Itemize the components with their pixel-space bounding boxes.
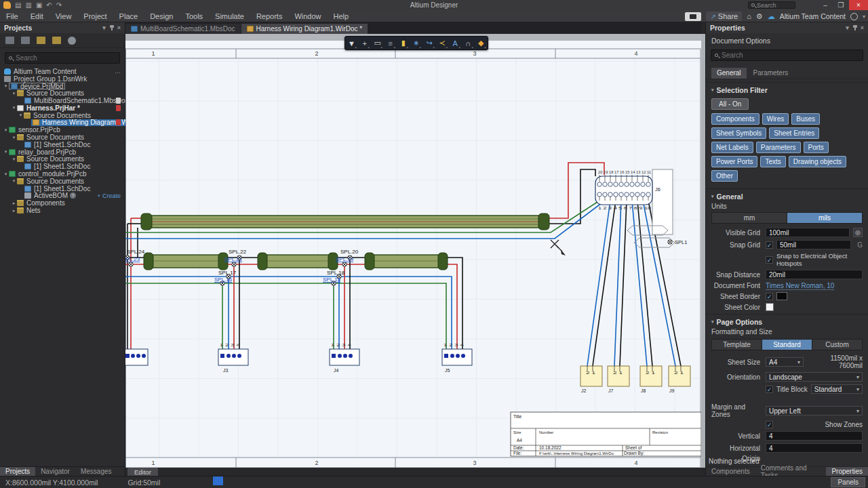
settings-icon[interactable]	[68, 37, 76, 45]
menu-help[interactable]: Help	[328, 12, 355, 20]
open-icon[interactable]: ▣	[36, 1, 42, 9]
tab-components[interactable]: Components	[706, 467, 755, 476]
panel-dropdown-icon[interactable]: ▾	[102, 24, 106, 31]
filter-icon[interactable]: ▼	[346, 39, 357, 47]
team-content-label[interactable]: Altium Team Content	[780, 12, 846, 20]
filter-power-ports-button[interactable]: Power Ports	[711, 156, 757, 167]
align-icon[interactable]: ≡	[384, 39, 396, 47]
select-rect-icon[interactable]: ▭	[372, 39, 383, 47]
move-icon[interactable]: +	[359, 39, 370, 47]
panels-button[interactable]: Panels	[831, 477, 865, 487]
splice-symbol[interactable]	[342, 262, 347, 266]
format-standard-button[interactable]: Standard	[762, 340, 812, 350]
schematic-editor[interactable]: 1 2 3 4 1 2 3 4	[125, 34, 701, 476]
margin-zones-select[interactable]: Upper Left▾	[766, 406, 863, 415]
collapse-arrow-icon[interactable]: ▸	[11, 208, 17, 214]
menu-design[interactable]: Design	[144, 12, 179, 20]
filter-components-button[interactable]: Components	[711, 113, 760, 125]
expand-arrow-icon[interactable]: ▾	[11, 157, 17, 162]
restore-button[interactable]: ❐	[833, 0, 848, 10]
expand-arrow-icon[interactable]: ▾	[11, 178, 17, 184]
all-on-button[interactable]: All - On	[711, 98, 749, 110]
snap-grid-checkbox[interactable]: ✓	[766, 241, 773, 249]
tree-item-sheet1[interactable]: [1] Sheet1.SchDoc	[0, 185, 125, 192]
splice-symbol[interactable]	[232, 262, 236, 266]
expand-arrow-icon[interactable]: ▾	[3, 171, 9, 177]
format-custom-button[interactable]: Custom	[812, 340, 862, 350]
menu-view[interactable]: View	[50, 12, 78, 20]
tree-item-team-content[interactable]: Altium Team Content…	[0, 68, 125, 75]
tree-item-project-group[interactable]: Project Group 1.DsnWrk	[0, 75, 125, 83]
text-icon[interactable]: A	[450, 39, 461, 47]
tab-general[interactable]: General	[711, 68, 747, 79]
home-icon[interactable]: ⌂	[747, 12, 751, 20]
folder-settings-icon[interactable]	[52, 37, 61, 44]
title-block-checkbox[interactable]: ✓	[766, 386, 773, 393]
tab-messages[interactable]: Messages	[75, 467, 117, 476]
expand-arrow-icon[interactable]: ▾	[11, 135, 17, 140]
connector-body[interactable]	[652, 169, 673, 235]
expand-arrow-icon[interactable]: ▾	[3, 83, 9, 89]
menu-reports[interactable]: Reports	[250, 12, 289, 20]
tree-item-sheet1[interactable]: [1] Sheet1.SchDoc	[0, 141, 125, 148]
pin-icon[interactable]	[111, 25, 113, 30]
bundle-main[interactable]	[141, 214, 549, 230]
filter-net-labels-button[interactable]: Net Labels	[711, 142, 753, 153]
sheet-size-select[interactable]: A4▾	[766, 357, 804, 367]
sheet-color-swatch[interactable]	[766, 303, 774, 311]
menu-project[interactable]: Project	[77, 12, 113, 20]
tab-navigator[interactable]: Navigator	[35, 467, 75, 476]
menu-place[interactable]: Place	[113, 12, 144, 20]
bundle-segment-1[interactable]	[144, 253, 228, 270]
expand-arrow-icon[interactable]: ▾	[3, 127, 9, 133]
show-zones-checkbox[interactable]: ✓	[766, 421, 773, 428]
filter-other-button[interactable]: Other	[711, 170, 738, 182]
tree-item-relay-board-prjpcb[interactable]: ▾relay_board.PrjPcb	[0, 148, 125, 156]
projects-search[interactable]	[5, 52, 120, 64]
arc-icon[interactable]: ∩	[462, 39, 474, 47]
tab-comments-tasks[interactable]: Comments and Tasks	[755, 467, 827, 476]
splice-icon[interactable]: ∗	[410, 39, 422, 47]
share-button[interactable]: ↗ Share	[706, 12, 742, 21]
units-mils-button[interactable]: mils	[787, 213, 862, 223]
bundle-segment-3[interactable]	[365, 253, 448, 270]
filter-wires-button[interactable]: Wires	[762, 113, 789, 125]
expand-arrow-icon[interactable]: ▾	[18, 113, 24, 118]
menu-tools[interactable]: Tools	[179, 12, 209, 20]
title-block-select[interactable]: Standard▾	[811, 384, 863, 394]
connector-j1-partial[interactable]	[125, 349, 148, 365]
general-section-header[interactable]: ▾General	[706, 188, 868, 203]
minimize-button[interactable]: –	[818, 0, 833, 10]
gear-icon[interactable]: ⚙	[756, 12, 763, 21]
redo-icon[interactable]: ↷	[56, 1, 62, 9]
tree-item-sheet1[interactable]: [1] Sheet1.SchDoc	[0, 163, 125, 170]
more-icon[interactable]: …	[115, 68, 121, 75]
page-options-header[interactable]: ▾Page Options	[706, 314, 868, 328]
tab-harness-wiring-diagram[interactable]: Harness Wiring Diagram1.WirDoc *	[241, 24, 368, 34]
units-mm-button[interactable]: mm	[712, 213, 787, 223]
properties-search-input[interactable]	[722, 52, 859, 59]
hotspot-snap-checkbox[interactable]: ✓	[766, 256, 773, 264]
expand-arrow-icon[interactable]: ▾	[3, 149, 9, 155]
close-button[interactable]: ×	[849, 0, 868, 10]
save-all-icon[interactable]: ▥	[25, 1, 31, 9]
filter-buses-button[interactable]: Buses	[791, 113, 820, 125]
comments-button[interactable]	[685, 12, 701, 21]
harness-wiring-canvas[interactable]: 1 2 3 4 1 2 3 4	[125, 34, 701, 468]
tree-item-components[interactable]: ▸Components	[0, 199, 125, 207]
splice-symbol[interactable]	[668, 240, 672, 244]
horizontal-input[interactable]: 4	[766, 443, 863, 453]
tree-item-source-documents[interactable]: ▾Source Documents	[0, 112, 125, 119]
user-menu-caret-icon[interactable]: ▾	[863, 14, 865, 20]
tab-properties[interactable]: Properties	[826, 467, 868, 476]
save-icon[interactable]: ▤	[15, 1, 21, 9]
projects-search-input[interactable]	[16, 54, 116, 62]
menu-file[interactable]: File	[0, 12, 24, 20]
format-template-button[interactable]: Template	[712, 340, 762, 350]
create-link[interactable]: + Create	[97, 192, 121, 199]
properties-search[interactable]	[711, 49, 863, 61]
tree-item-harness-prjhar[interactable]: ▾Harness.PrjHar *	[0, 104, 125, 112]
panel-close-icon[interactable]: ×	[861, 24, 864, 31]
filter-parameters-button[interactable]: Parameters	[756, 142, 801, 153]
tree-item-sensor-prjpcb[interactable]: ▾sensor.PrjPcb	[0, 126, 125, 134]
